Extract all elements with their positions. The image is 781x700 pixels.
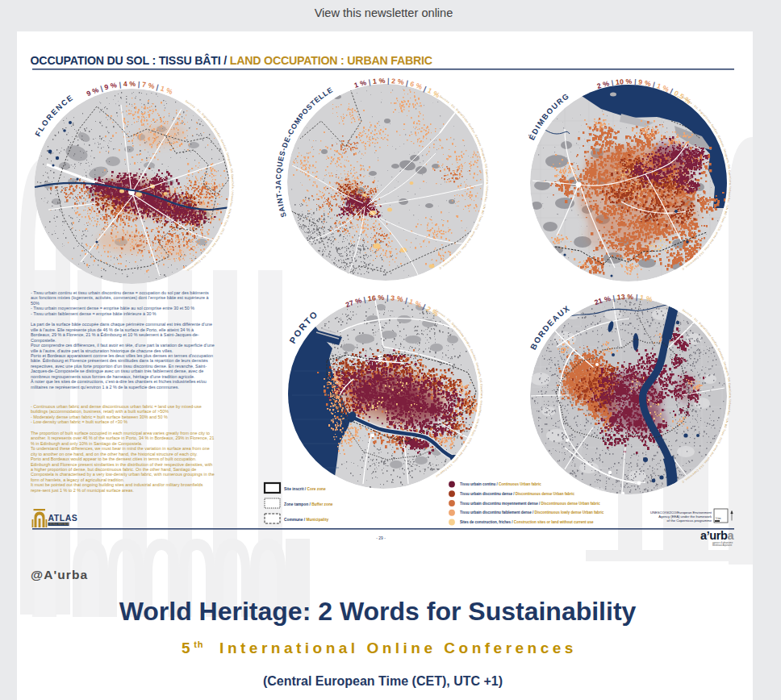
svg-text:ATLAS: ATLAS [48,513,78,523]
svg-text:Tissu urbain discontinu faible: Tissu urbain discontinu faiblement dense… [460,510,604,515]
svg-text:5 km: 5 km [716,517,721,520]
svg-text:Site inscrit / Core zone: Site inscrit / Core zone [284,487,326,491]
svg-text:WORLD HERITAGE: WORLD HERITAGE [49,523,69,526]
svg-text:Commune / Municipality: Commune / Municipality [284,518,329,522]
svg-text:Zone tampon / Buffer zone: Zone tampon / Buffer zone [284,502,333,506]
svg-text:Tissu urbain continu / Continu: Tissu urbain continu / Continuous Urban … [460,482,541,486]
svg-text:Tissu urbain discontinu dense: Tissu urbain discontinu dense / Disconti… [460,492,574,496]
svg-text:of the Copernicus programme: of the Copernicus programme [667,519,712,523]
svg-text:Sites de construction, friches: Sites de construction, friches / Constru… [460,520,594,524]
svg-text:Tissu urbain discontinu moyenn: Tissu urbain discontinu moyennement dens… [460,502,600,506]
svg-text:Bordeaux Aquitaine: Bordeaux Aquitaine [712,544,733,547]
svg-text:- 29 -: - 29 - [376,535,386,540]
